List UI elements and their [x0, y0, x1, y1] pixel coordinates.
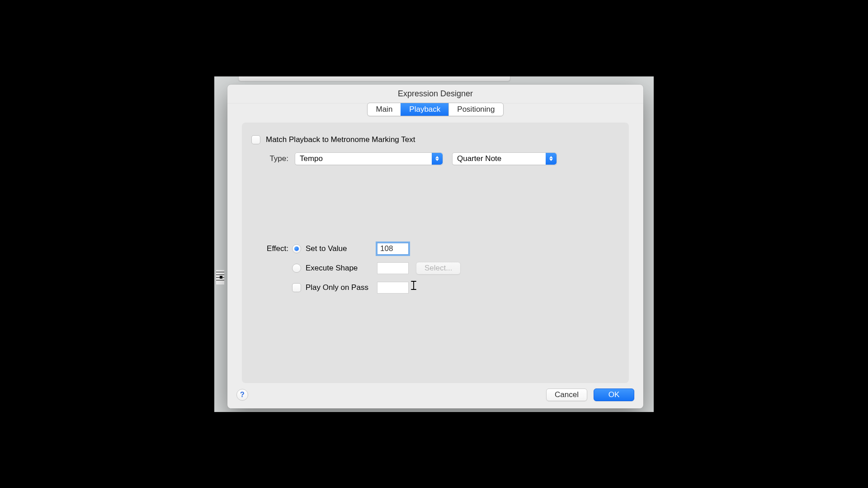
dialog-footer: ? Cancel OK	[227, 383, 643, 408]
help-button[interactable]: ?	[236, 389, 248, 401]
ok-button[interactable]: OK	[594, 389, 634, 401]
updown-icon	[432, 153, 443, 165]
tab-positioning[interactable]: Positioning	[448, 103, 503, 116]
background-window-fragment	[238, 76, 510, 81]
type-select[interactable]: Tempo	[295, 152, 443, 165]
background-staff-fragment	[216, 270, 224, 284]
play-only-on-pass-input	[377, 282, 409, 294]
type-label: Type:	[250, 154, 288, 163]
execute-shape-input	[377, 262, 409, 274]
radio-execute-shape[interactable]	[292, 264, 301, 273]
effect-label: Effect:	[250, 244, 288, 253]
match-metronome-row: Match Playback to Metronome Marking Text	[251, 135, 621, 144]
execute-shape-label: Execute Shape	[306, 264, 373, 273]
match-metronome-label: Match Playback to Metronome Marking Text	[266, 135, 415, 144]
note-select[interactable]: Quarter Note	[452, 152, 557, 165]
match-metronome-checkbox[interactable]	[251, 135, 260, 144]
playback-panel: Match Playback to Metronome Marking Text…	[242, 123, 629, 383]
cancel-button[interactable]: Cancel	[546, 389, 587, 401]
note-select-value: Quarter Note	[457, 154, 501, 163]
radio-set-to-value[interactable]	[292, 244, 301, 253]
app-background: Expression Designer Main Playback Positi…	[214, 76, 654, 412]
tab-segmented-control: Main Playback Positioning	[367, 103, 503, 116]
tab-bar: Main Playback Positioning	[227, 103, 643, 116]
select-shape-button[interactable]: Select...	[416, 262, 461, 275]
play-only-on-pass-checkbox[interactable]	[292, 283, 301, 292]
type-select-value: Tempo	[300, 154, 323, 163]
set-to-value-label: Set to Value	[306, 244, 373, 253]
expression-designer-dialog: Expression Designer Main Playback Positi…	[227, 85, 643, 408]
dialog-title: Expression Designer	[227, 85, 643, 104]
tab-main[interactable]: Main	[368, 103, 401, 116]
type-row: Type: Tempo Quarter Note	[250, 152, 621, 165]
effect-section: Effect: Set to Value Execute Shape Selec…	[250, 243, 621, 294]
play-only-on-pass-label: Play Only on Pass	[306, 283, 373, 292]
tab-playback[interactable]: Playback	[401, 103, 448, 116]
set-to-value-input[interactable]	[377, 243, 409, 255]
updown-icon	[546, 153, 557, 165]
help-icon: ?	[240, 391, 245, 399]
